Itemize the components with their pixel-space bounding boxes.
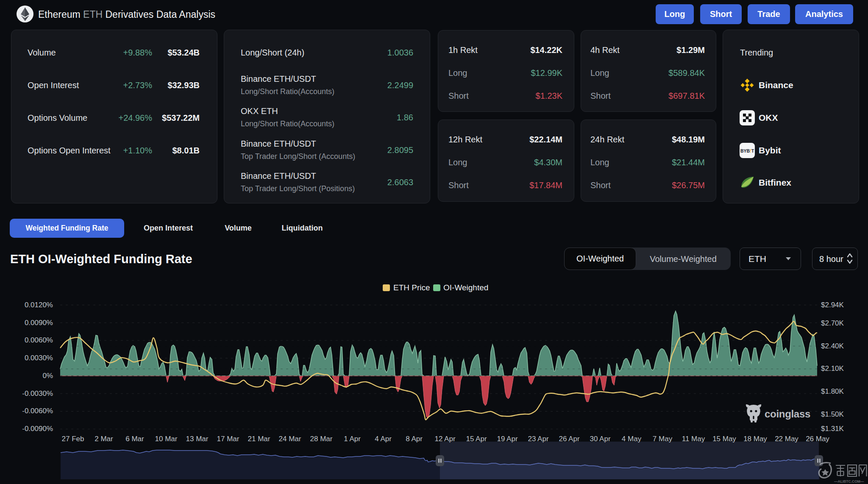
svg-text:—ALIBTC.COM—: —ALIBTC.COM— <box>834 479 864 484</box>
